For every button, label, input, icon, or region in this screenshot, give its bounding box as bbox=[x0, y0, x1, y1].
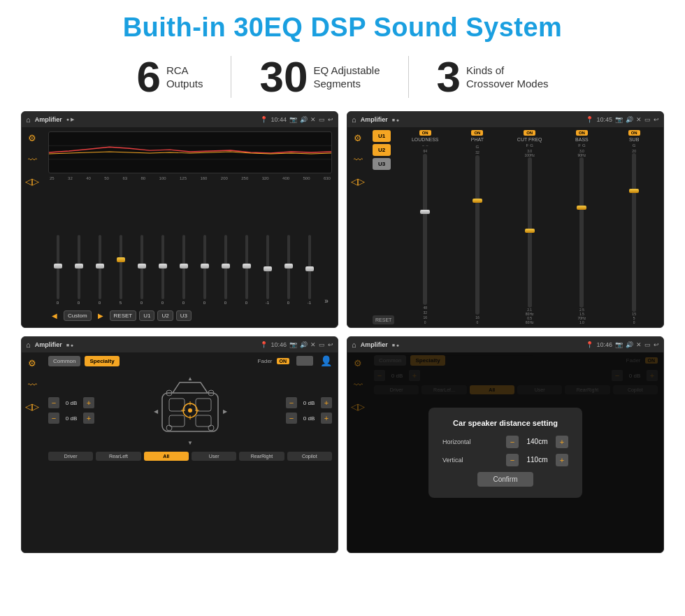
driver-btn[interactable]: Driver bbox=[48, 452, 93, 461]
fader-topbar-icons: 📍 10:46 📷 🔊 ✕ ▭ ↩ bbox=[260, 341, 333, 348]
stat-label-eq: EQ Adjustable Segments bbox=[313, 64, 380, 91]
fader-sidebar-icon-2[interactable]: 〰 bbox=[28, 380, 37, 390]
fader-main: Common Specialty Fader ON 👤 − bbox=[43, 352, 338, 552]
horizontal-plus-btn[interactable]: + bbox=[556, 436, 568, 448]
crossover-time: 10:45 bbox=[596, 116, 612, 123]
fader-close-icon[interactable]: ✕ bbox=[310, 341, 316, 348]
crossover-close-icon[interactable]: ✕ bbox=[636, 116, 642, 123]
db-minus-tl[interactable]: − bbox=[48, 397, 59, 408]
db-minus-bl[interactable]: − bbox=[48, 413, 59, 424]
fader-toprow: Common Specialty Fader ON 👤 bbox=[48, 355, 332, 366]
fader-sidebar-icon-1[interactable]: ⚙ bbox=[28, 358, 36, 368]
eq-reset-btn[interactable]: RESET bbox=[110, 310, 137, 321]
u3-btn[interactable]: U3 bbox=[373, 158, 391, 170]
crossover-reset-btn[interactable]: RESET bbox=[373, 315, 394, 324]
stat-label-rca: RCA Outputs bbox=[166, 64, 203, 91]
phat-on[interactable]: ON bbox=[471, 130, 483, 136]
eq-screen: ⌂ Amplifier ● ▶ 📍 10:44 📷 🔊 ✕ ▭ ↩ ⚙ 〰 ◁▷ bbox=[21, 111, 338, 328]
cutfreq-slider[interactable] bbox=[528, 157, 532, 308]
dialog-window-icon[interactable]: ▭ bbox=[644, 341, 651, 348]
db-plus-br[interactable]: + bbox=[321, 413, 332, 424]
phat-slider[interactable] bbox=[475, 155, 480, 315]
crossover-sidebar-icon-1[interactable]: ⚙ bbox=[354, 133, 362, 143]
fader-sidebar-icon-3[interactable]: ◁▷ bbox=[25, 401, 39, 412]
fader-home-icon[interactable]: ⌂ bbox=[26, 341, 31, 349]
vertical-minus-btn[interactable]: − bbox=[506, 454, 519, 466]
db-plus-tr[interactable]: + bbox=[321, 397, 332, 408]
fader-on-badge[interactable]: ON bbox=[277, 358, 290, 364]
crossover-back-icon[interactable]: ↩ bbox=[654, 116, 659, 123]
stat-eq: 30 EQ Adjustable Segments bbox=[231, 55, 408, 99]
rearright-btn[interactable]: RearRight bbox=[239, 452, 284, 461]
all-btn[interactable]: All bbox=[144, 452, 189, 461]
window-icon[interactable]: ▭ bbox=[319, 116, 325, 123]
sub-slider[interactable] bbox=[632, 153, 636, 312]
u2-btn[interactable]: U2 bbox=[373, 144, 391, 156]
crossover-left-sidebar: ⚙ 〰 ◁▷ bbox=[347, 127, 368, 327]
dialog-horizontal-control: − 140cm + bbox=[506, 436, 568, 448]
svg-rect-3 bbox=[169, 399, 185, 411]
bass-slider[interactable] bbox=[579, 157, 584, 308]
crossover-controls-grid: ON LOUDNESS ~~ 64 48 bbox=[400, 130, 659, 324]
crossover-window-icon[interactable]: ▭ bbox=[644, 116, 651, 123]
svg-point-16 bbox=[208, 425, 214, 431]
eq-u3-btn[interactable]: U3 bbox=[176, 310, 192, 321]
eq-u2-btn[interactable]: U2 bbox=[157, 310, 173, 321]
rearleft-btn[interactable]: RearLeft bbox=[96, 452, 140, 461]
dialog-home-icon[interactable]: ⌂ bbox=[352, 341, 356, 349]
copilot-btn[interactable]: Copilot bbox=[287, 452, 332, 461]
crossover-home-icon[interactable]: ⌂ bbox=[352, 115, 356, 124]
fader-middle: − 0 dB + − 0 dB + bbox=[48, 372, 332, 449]
loudness-on[interactable]: ON bbox=[419, 130, 431, 136]
eq-topbar-icons: 📍 10:44 📷 🔊 ✕ ▭ ↩ bbox=[260, 116, 333, 123]
expand-icon[interactable]: » bbox=[321, 297, 332, 305]
db-minus-br[interactable]: − bbox=[286, 413, 297, 424]
dialog-camera-icon: 📷 bbox=[615, 341, 623, 348]
vertical-plus-btn[interactable]: + bbox=[556, 454, 568, 466]
eq-sidebar-icon-3[interactable]: ◁▷ bbox=[25, 176, 39, 187]
cutfreq-on[interactable]: ON bbox=[524, 130, 535, 136]
fader-window-icon[interactable]: ▭ bbox=[319, 341, 325, 348]
sub-on[interactable]: ON bbox=[628, 130, 640, 136]
eq-sidebar-icon-2[interactable]: 〰 bbox=[28, 155, 37, 165]
crossover-sidebar-icon-3[interactable]: ◁▷ bbox=[351, 176, 365, 187]
db-control-bl: − 0 dB + bbox=[48, 413, 94, 424]
eq-next-btn[interactable]: ▶ bbox=[94, 310, 107, 321]
dialog-screen: ⌂ Amplifier ■ ● 📍 10:46 📷 🔊 ✕ ▭ ↩ ⚙ 〰 ◁▷ bbox=[347, 336, 664, 553]
horizontal-minus-btn[interactable]: − bbox=[506, 436, 519, 448]
horizontal-value: 140cm bbox=[521, 438, 553, 445]
eq-screen-content: ⚙ 〰 ◁▷ bbox=[22, 127, 338, 327]
db-minus-tr[interactable]: − bbox=[286, 397, 297, 408]
user-btn[interactable]: User bbox=[192, 452, 236, 461]
cutfreq-control: ON CUT FREQ FG 3.0 100Hz 2.1 bbox=[505, 130, 555, 324]
location-icon: 📍 bbox=[260, 116, 268, 123]
fader-back-icon[interactable]: ↩ bbox=[328, 341, 333, 348]
car-diagram-container: ▲ ▼ ◀ ▶ bbox=[99, 372, 282, 449]
dialog-vertical-label: Vertical bbox=[442, 457, 463, 464]
eq-sidebar-icon-1[interactable]: ⚙ bbox=[28, 133, 36, 143]
close-icon[interactable]: ✕ bbox=[310, 116, 316, 123]
db-plus-bl[interactable]: + bbox=[83, 413, 94, 424]
loudness-slider[interactable] bbox=[423, 154, 427, 305]
eq-prev-btn[interactable]: ◀ bbox=[48, 310, 61, 321]
confirm-button[interactable]: Confirm bbox=[477, 472, 533, 487]
fader-screen-content: ⚙ 〰 ◁▷ Common Specialty Fader ON 👤 bbox=[22, 352, 338, 552]
dialog-close-icon[interactable]: ✕ bbox=[636, 341, 642, 348]
stat-number-3: 3 bbox=[437, 55, 461, 99]
fader-slider-thumb[interactable] bbox=[296, 356, 313, 366]
common-btn[interactable]: Common bbox=[48, 356, 80, 366]
dialog-back-icon[interactable]: ↩ bbox=[654, 341, 659, 348]
bass-on[interactable]: ON bbox=[576, 130, 588, 136]
home-icon[interactable]: ⌂ bbox=[26, 115, 31, 124]
crossover-sidebar-icon-2[interactable]: 〰 bbox=[354, 155, 363, 165]
db-control-br: − 0 dB + bbox=[286, 413, 332, 424]
svg-point-15 bbox=[166, 425, 172, 431]
eq-u1-btn[interactable]: U1 bbox=[139, 310, 154, 321]
specialty-btn[interactable]: Specialty bbox=[85, 356, 119, 366]
u1-btn[interactable]: U1 bbox=[373, 130, 391, 142]
svg-text:◀: ◀ bbox=[154, 408, 159, 415]
db-plus-tl[interactable]: + bbox=[83, 397, 94, 408]
eq-sliders: 0 0 0 5 bbox=[48, 185, 332, 305]
back-icon[interactable]: ↩ bbox=[328, 116, 333, 123]
stat-crossover: 3 Kinds of Crossover Modes bbox=[409, 55, 577, 99]
